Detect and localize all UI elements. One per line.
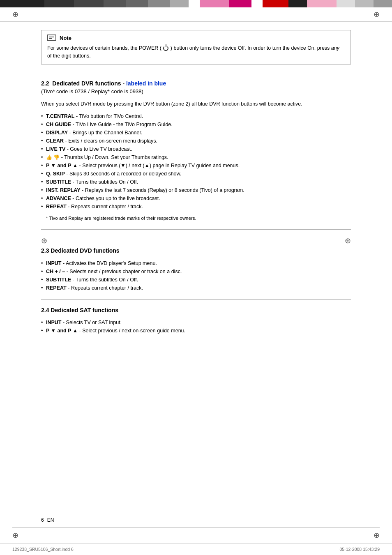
thumbs-icons: 👍 👎: [46, 154, 60, 160]
bullet-bold: CH GUIDE: [46, 122, 71, 127]
list-item: SUBTITLE - Turns the subtitles On / Off.: [41, 178, 351, 186]
bullet-bold: REPEAT: [46, 285, 67, 291]
list-item: Q. SKIP - Skips 30 seconds of a recorded…: [41, 170, 351, 178]
note-text-part1: For some devices of certain brands, the …: [47, 45, 161, 51]
note-icon: [47, 35, 56, 41]
section-22-heading: 2.2 Dedicated DVR functions - labeled in…: [41, 80, 351, 96]
bullet-text: - Brings up the Channel Banner.: [68, 130, 142, 136]
section-22-subtitle: (Tivo* code is 0738 / Replay* code is 09…: [41, 88, 143, 94]
page-number: 6: [41, 517, 44, 523]
section-23-bullet-list: INPUT - Activates the DVD player's Setup…: [41, 259, 351, 292]
list-item: REPEAT - Repeats current chapter / track…: [41, 284, 351, 292]
section-22-number: 2.2: [41, 80, 49, 87]
bottom-cross-row: ⊕ ⊕: [0, 527, 392, 543]
bullet-bold: ADVANCE: [46, 196, 71, 201]
bullet-text: - Selects TV or SAT input.: [62, 320, 122, 325]
list-item: 👍 👎 - Thumbs Up / Down. Set your Thumbs …: [41, 153, 351, 161]
note-icon-line1: [49, 37, 54, 37]
bullet-bold: CLEAR: [46, 138, 64, 144]
footer-bar: 129238_SRU5106_Short.indd 6 05-12-2008 1…: [0, 543, 392, 555]
middle-left-cross-icon: ⊕: [41, 236, 47, 245]
bottom-area: 6 EN ⊕ ⊕ 129238_SRU5106_Short.indd 6 05-…: [0, 515, 392, 555]
bullet-bold: CH + / –: [46, 269, 65, 274]
bullet-bold: P ▼ and P ▲: [46, 328, 78, 334]
list-item: INPUT - Activates the DVD player's Setup…: [41, 259, 351, 267]
bullet-bold: SUBTITLE: [46, 277, 71, 283]
footer-left: 129238_SRU5106_Short.indd 6: [12, 547, 74, 552]
list-item: SUBTITLE - Turns the subtitles On / Off.: [41, 276, 351, 284]
list-item: INST. REPLAY - Replays the last 7 second…: [41, 186, 351, 194]
list-item: ADVANCE - Catches you up to the live bro…: [41, 194, 351, 203]
bullet-text: - Select previous (▼) / next (▲) page in…: [78, 163, 240, 168]
bullet-text: - Turns the subtitles On / Off.: [71, 277, 138, 283]
note-header: Note: [47, 35, 345, 41]
bottom-left-cross-icon: ⊕: [12, 531, 18, 540]
top-margin-line: ⊕ ⊕: [0, 7, 392, 22]
bullet-bold: T.CENTRAL: [46, 113, 74, 119]
page: ⊕ ⊕ Note For some devices of certain bra…: [0, 0, 392, 555]
note-italic: any: [331, 45, 339, 51]
note-text-part3: of the digit buttons.: [47, 53, 91, 59]
list-item: P ▼ and P ▲ - Select previous / next on-…: [41, 327, 351, 335]
list-item: INPUT - Selects TV or SAT input.: [41, 318, 351, 327]
divider-before-23: [41, 229, 351, 230]
bullet-bold: Q. SKIP: [46, 171, 65, 177]
section-22-title: Dedicated DVR functions -: [52, 80, 126, 87]
bullet-text: - Replays the last 7 seconds (Replay) or…: [81, 187, 244, 193]
bullet-bold: INST. REPLAY: [46, 187, 81, 193]
top-color-bar: [0, 0, 392, 7]
bullet-bold: INPUT: [46, 320, 62, 325]
footer-right: 05-12-2008 15:43:29: [340, 547, 380, 552]
section-24-bullet-list: INPUT - Selects TV or SAT input. P ▼ and…: [41, 318, 351, 335]
top-left-cross-icon: ⊕: [12, 10, 18, 19]
list-item: CH + / – - Selects next / previous chapt…: [41, 267, 351, 276]
divider-before-24: [41, 299, 351, 300]
bullet-text: - Selects next / previous chapter or tra…: [65, 269, 182, 274]
bullet-text: - Activates the DVD player's Setup menu.: [62, 260, 157, 266]
footnote-text: * Tivo and Replay are registered trade m…: [46, 216, 196, 221]
middle-right-cross-icon: ⊕: [345, 236, 351, 245]
bullet-bold: INPUT: [46, 260, 62, 266]
list-item: CH GUIDE - TiVo Live Guide - the TiVo Pr…: [41, 120, 351, 129]
section-22-bullet-list: T.CENTRAL - TiVo button for TiVo Central…: [41, 112, 351, 211]
bullet-text: - Goes to Live TV broadcast.: [65, 146, 132, 152]
divider-before-22: [41, 73, 351, 73]
section-22-footnote: * Tivo and Replay are registered trade m…: [41, 215, 351, 222]
bullet-text: - Exits / clears on-screen menu displays…: [64, 138, 157, 144]
bullet-text: - TiVo Live Guide - the TiVo Program Gui…: [71, 122, 173, 127]
section-23-number: 2.3: [41, 247, 49, 254]
bullet-text: - Turns the subtitles On / Off.: [71, 179, 138, 185]
section-22: 2.2 Dedicated DVR functions - labeled in…: [41, 80, 351, 222]
bullet-text: - TiVo button for TiVo Central.: [74, 113, 143, 119]
section-23-title: Dedicated DVD functions: [51, 247, 119, 254]
section-22-blue-label: labeled in blue: [126, 80, 166, 87]
bullet-text: - Select previous / next on-screen guide…: [78, 328, 185, 334]
page-lang: EN: [47, 517, 54, 523]
list-item: T.CENTRAL - TiVo button for TiVo Central…: [41, 112, 351, 120]
bullet-text: - Catches you up to the live broadcast.: [71, 196, 160, 201]
list-item: DISPLAY - Brings up the Channel Banner.: [41, 129, 351, 137]
bottom-right-cross-icon: ⊕: [374, 531, 380, 540]
page-number-row: 6 EN: [0, 515, 392, 527]
section-22-intro: When you select DVR mode by pressing the…: [41, 100, 351, 108]
list-item: CLEAR - Exits / clears on-screen menu di…: [41, 137, 351, 145]
section-23: 2.3 Dedicated DVD functions INPUT - Acti…: [41, 247, 351, 292]
bullet-text: - Repeats current chapter / track.: [67, 204, 143, 210]
power-symbol-icon: [163, 46, 168, 51]
bullet-bold: REPEAT: [46, 204, 67, 210]
list-item: P ▼ and P ▲ - Select previous (▼) / next…: [41, 161, 351, 170]
main-content: Note For some devices of certain brands,…: [0, 22, 392, 350]
bullet-text: - Skips 30 seconds of a recorded or dela…: [65, 171, 182, 177]
bullet-text: - Repeats current chapter / track.: [67, 285, 143, 291]
list-item: REPEAT - Repeats current chapter / track…: [41, 203, 351, 211]
section-24-heading: 2.4 Dedicated SAT functions: [41, 306, 351, 315]
note-box: Note For some devices of certain brands,…: [41, 30, 351, 64]
middle-cross-row: ⊕ ⊕: [41, 236, 351, 245]
bullet-bold: P ▼ and P ▲: [46, 163, 78, 168]
section-24: 2.4 Dedicated SAT functions INPUT - Sele…: [41, 306, 351, 335]
note-label: Note: [60, 35, 71, 41]
section-24-title: Dedicated SAT functions: [51, 307, 118, 313]
note-text: For some devices of certain brands, the …: [47, 44, 345, 60]
top-right-cross-icon: ⊕: [374, 10, 380, 19]
bullet-bold: LIVE TV: [46, 146, 65, 152]
